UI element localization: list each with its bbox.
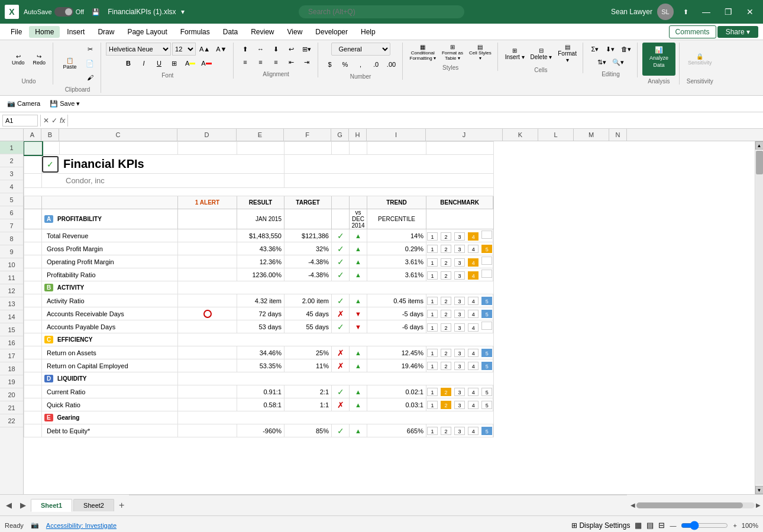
cell-F1[interactable] — [284, 142, 332, 155]
row-num-16[interactable]: 16 — [0, 336, 23, 349]
copy-button[interactable]: 📄 — [83, 57, 97, 70]
restore-button[interactable]: ❐ — [720, 5, 737, 19]
insert-function-icon[interactable]: fx — [60, 116, 65, 125]
cancel-formula-icon[interactable]: ✕ — [43, 116, 49, 125]
find-select-button[interactable]: 🔍▾ — [610, 56, 626, 69]
sheet-tab-sheet1[interactable]: Sheet1 — [31, 499, 72, 512]
fill-button[interactable]: ⬇▾ — [603, 43, 617, 56]
cell-gross-profit-name[interactable]: Gross Profit Margin — [42, 242, 178, 255]
share-icon-btn[interactable]: ⬆ — [678, 5, 693, 18]
align-top-button[interactable]: ⬆ — [238, 43, 253, 56]
close-button[interactable]: ✕ — [742, 5, 758, 19]
autosave-toggle[interactable] — [54, 7, 73, 17]
comments-button[interactable]: Comments — [669, 25, 716, 38]
format-painter-button[interactable]: 🖌 — [83, 71, 97, 84]
conditional-formatting-button[interactable]: ▦ConditionalFormatting ▾ — [408, 43, 438, 62]
percent-button[interactable]: % — [338, 58, 353, 71]
avatar[interactable]: SL — [657, 4, 674, 20]
scroll-track[interactable] — [756, 151, 763, 485]
minus-zoom-icon[interactable]: — — [670, 522, 676, 529]
row-num-22[interactable]: 22 — [0, 414, 23, 427]
hscroll-track[interactable] — [636, 502, 755, 508]
col-header-C[interactable]: C — [59, 129, 177, 141]
sheet-tab-sheet2[interactable]: Sheet2 — [73, 499, 114, 511]
share-button[interactable]: Share ▾ — [717, 26, 758, 38]
zoom-slider[interactable] — [681, 521, 728, 530]
cell-A1[interactable] — [24, 142, 42, 155]
menu-home[interactable]: Home — [29, 26, 60, 38]
menu-data[interactable]: Data — [217, 26, 244, 38]
grid-content[interactable]: ✓ Financial KPIs Condor, inc — [24, 141, 755, 494]
scroll-thumb[interactable] — [756, 151, 763, 174]
align-middle-button[interactable]: ↔ — [254, 43, 268, 56]
number-format-select[interactable]: General — [331, 43, 390, 56]
cell-total-revenue-name[interactable]: Total Revenue — [42, 229, 178, 242]
sensitivity-button[interactable]: 🔒Sensitivity — [684, 43, 716, 76]
fill-color-button[interactable]: A — [183, 57, 198, 70]
cell-total-revenue-result[interactable]: $1,483,550 — [237, 229, 284, 242]
accessibility-label[interactable]: Accessibility: Investigate — [46, 522, 117, 529]
cell-B3[interactable]: Condor, inc — [42, 174, 284, 188]
plus-zoom-icon[interactable]: + — [733, 522, 736, 529]
comma-button[interactable]: , — [354, 58, 368, 71]
row-num-3[interactable]: 3 — [0, 167, 23, 180]
menu-formulas[interactable]: Formulas — [174, 26, 216, 38]
col-header-H[interactable]: H — [349, 129, 367, 141]
row-num-4[interactable]: 4 — [0, 180, 23, 193]
cell-C1[interactable] — [60, 142, 178, 155]
cell-D1[interactable] — [178, 142, 237, 155]
insert-cells-button[interactable]: ⊞Insert ▾ — [503, 46, 527, 61]
tab-nav-prev[interactable]: ◀ — [2, 499, 15, 511]
scroll-up-button[interactable]: ▲ — [755, 141, 764, 150]
font-name-select[interactable]: Helvetica Neue — [106, 43, 171, 56]
col-header-B[interactable]: B — [41, 129, 59, 141]
menu-review[interactable]: Review — [245, 26, 280, 38]
cell-G1[interactable] — [332, 142, 350, 155]
wrap-text-button[interactable]: ↩ — [284, 43, 299, 56]
row-num-18[interactable]: 18 — [0, 362, 23, 375]
undo-button[interactable]: ↩Undo — [8, 43, 28, 76]
formula-input[interactable] — [70, 116, 761, 125]
hscroll-right-button[interactable]: ▶ — [756, 502, 761, 508]
cell-A3[interactable] — [24, 174, 42, 188]
font-size-select[interactable]: 12 — [172, 43, 196, 56]
currency-button[interactable]: $ — [323, 58, 337, 71]
align-left-button[interactable]: ≡ — [238, 56, 253, 69]
borders-button[interactable]: ⊞ — [167, 57, 182, 70]
format-as-table-button[interactable]: ⊞Format asTable ▾ — [439, 43, 465, 62]
row-num-13[interactable]: 13 — [0, 297, 23, 310]
cell-activity-target[interactable]: 2.00 item — [284, 294, 332, 307]
col-header-K[interactable]: K — [503, 129, 538, 141]
file-dropdown-icon[interactable]: ▾ — [181, 8, 185, 16]
row-num-21[interactable]: 21 — [0, 401, 23, 414]
underline-button[interactable]: U — [152, 57, 166, 70]
menu-file[interactable]: File — [5, 26, 28, 38]
row-num-8[interactable]: 8 — [0, 232, 23, 245]
col-header-M[interactable]: M — [574, 129, 609, 141]
row-num-17[interactable]: 17 — [0, 349, 23, 362]
save-quick-button[interactable]: 💾 Save ▾ — [47, 98, 82, 111]
row-num-12[interactable]: 12 — [0, 284, 23, 297]
col-header-E[interactable]: E — [237, 129, 284, 141]
menu-pagelayout[interactable]: Page Layout — [121, 26, 173, 38]
cell-total-revenue-target[interactable]: $121,386 — [284, 229, 332, 242]
italic-button[interactable]: I — [137, 57, 151, 70]
normal-view-button[interactable]: ▦ — [635, 521, 642, 530]
row-num-11[interactable]: 11 — [0, 271, 23, 284]
cell-F2[interactable] — [284, 155, 494, 174]
page-break-view-button[interactable]: ⊟ — [658, 521, 665, 530]
row-num-7[interactable]: 7 — [0, 219, 23, 232]
increase-decimal-button[interactable]: .00 — [384, 58, 399, 71]
scroll-down-button[interactable]: ▼ — [755, 486, 764, 494]
paste-button[interactable]: 📋Paste — [58, 47, 82, 80]
cell-row4[interactable] — [24, 188, 494, 196]
col-header-A[interactable]: A — [24, 129, 41, 141]
camera-button[interactable]: 📷 Camera — [5, 98, 43, 111]
row-num-15[interactable]: 15 — [0, 323, 23, 336]
hscroll-left-button[interactable]: ◀ — [631, 502, 635, 508]
font-color-button[interactable]: A — [199, 57, 214, 70]
vertical-scrollbar[interactable]: ▲ ▼ — [755, 141, 763, 494]
col-header-N[interactable]: N — [609, 129, 627, 141]
row-num-6[interactable]: 6 — [0, 206, 23, 219]
delete-cells-button[interactable]: ⊟Delete ▾ — [528, 46, 555, 61]
